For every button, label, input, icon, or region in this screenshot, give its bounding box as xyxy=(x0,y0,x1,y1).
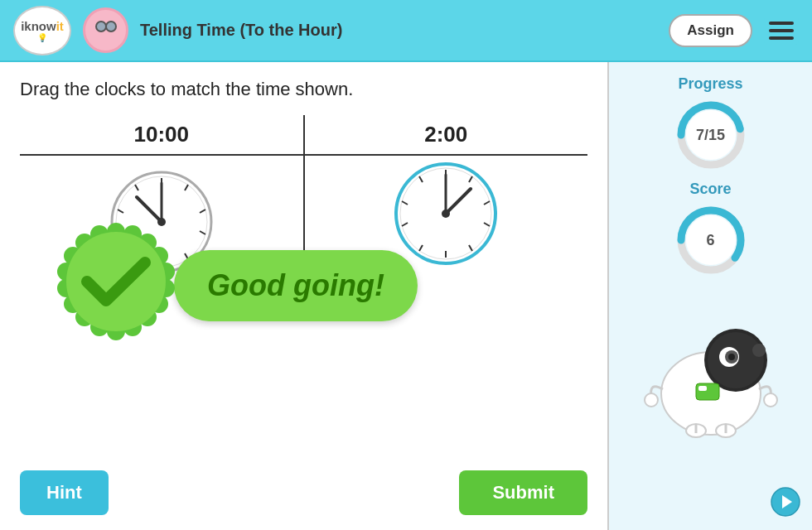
progress-label: Progress xyxy=(678,75,742,93)
svg-point-2 xyxy=(97,22,105,31)
lesson-title: Telling Time (To the Hour) xyxy=(140,21,657,40)
checkmark-badge xyxy=(50,219,182,352)
svg-point-61 xyxy=(764,393,777,407)
menu-line xyxy=(769,22,794,25)
sidebar: Progress 7/15 Score xyxy=(609,62,812,530)
progress-value: 7/15 xyxy=(696,127,725,144)
score-value: 6 xyxy=(706,232,714,249)
nav-arrow-icon xyxy=(771,487,800,517)
main-content: Drag the clocks to match the time shown.… xyxy=(0,62,812,530)
score-ring: 6 xyxy=(674,203,748,277)
menu-button[interactable] xyxy=(764,17,799,45)
lesson-icon xyxy=(83,7,128,53)
submit-button[interactable]: Submit xyxy=(459,470,587,515)
svg-point-66 xyxy=(728,354,735,360)
svg-point-67 xyxy=(752,344,766,357)
hint-button[interactable]: Hint xyxy=(20,470,109,515)
app-header: iknowit 💡 Telling Time (To the Hour) Ass… xyxy=(0,0,812,62)
time-label-2: 2:00 xyxy=(304,115,588,155)
robot-mascot xyxy=(636,294,785,443)
svg-point-60 xyxy=(645,393,658,407)
content-area: Drag the clocks to match the time shown.… xyxy=(0,62,609,530)
svg-rect-68 xyxy=(696,383,719,400)
time-label-1: 10:00 xyxy=(20,115,304,155)
menu-line xyxy=(769,29,794,32)
feedback-overlay: Good going! xyxy=(50,219,574,352)
score-label: Score xyxy=(689,181,731,198)
action-buttons: Hint Submit xyxy=(20,470,587,515)
progress-ring: 7/15 xyxy=(674,98,748,172)
nav-arrow[interactable] xyxy=(771,487,800,520)
svg-point-3 xyxy=(107,22,115,31)
badge-svg xyxy=(50,219,182,352)
assign-button[interactable]: Assign xyxy=(669,14,752,47)
menu-line xyxy=(769,36,794,40)
logo: iknowit 💡 xyxy=(13,6,71,55)
svg-point-33 xyxy=(442,210,450,218)
progress-section: Progress 7/15 xyxy=(674,75,748,172)
svg-rect-69 xyxy=(698,386,707,391)
robot-svg xyxy=(636,294,785,443)
score-section: Score 6 xyxy=(674,181,748,277)
good-going-banner: Good going! xyxy=(174,250,418,321)
instruction-text: Drag the clocks to match the time shown. xyxy=(20,79,587,100)
